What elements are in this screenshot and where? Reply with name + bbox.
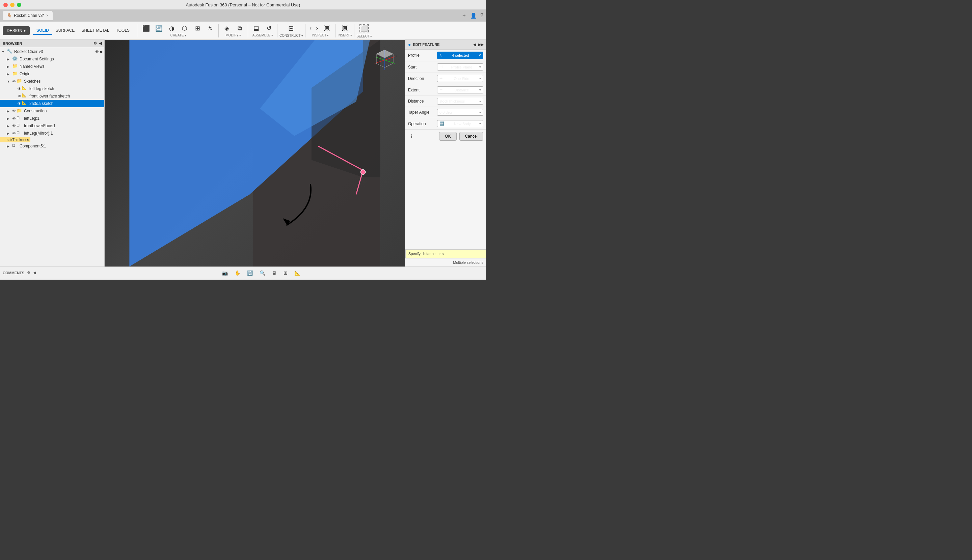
tab-close-icon[interactable]: × (46, 13, 48, 18)
eye-icon-flf[interactable]: 👁 (18, 94, 21, 98)
tree-arrow-c5: ▶ (7, 144, 12, 148)
tree-item-named-views[interactable]: ▶ 📁 Named Views (0, 63, 104, 70)
viewport-statusbar-center: 📷 ✋ 🔃 🔍 🖥 ⊞ 📐 (220, 269, 302, 277)
tree-item-thickness-tag[interactable]: sckThickness (0, 137, 30, 142)
modify-btn1[interactable]: ◈ (221, 24, 233, 33)
taper-value[interactable]: 0.0 deg ▾ (437, 109, 483, 116)
select-btn1[interactable]: ⬜ (357, 23, 371, 34)
tab-sheet-metal[interactable]: SHEET METAL (78, 27, 112, 35)
sidebar-settings-icon[interactable]: ⚙ (94, 41, 97, 45)
eye-icon-ll[interactable]: 👁 (18, 87, 21, 91)
camera-btn[interactable]: 📷 (220, 269, 230, 277)
tree-item-root[interactable]: ▼ 🔧 Rocket Chair v3 👁 ⏺ (0, 48, 104, 55)
tab-rocket-chair[interactable]: 🪑 Rocket Chair v3* × (3, 11, 53, 20)
tree-label-frontlowerface1: frontLowerFace:1 (24, 123, 103, 128)
direction-value[interactable]: ➡ One Side ▾ (437, 75, 483, 82)
select-label[interactable]: SELECT ▾ (356, 34, 372, 38)
create-revolve-btn[interactable]: 🔄 (153, 24, 165, 33)
extent-value[interactable]: ⊢ Distance ▾ (437, 87, 483, 93)
tree-item-leftleg1[interactable]: ▶ 👁 ◻ leftLeg:1 (0, 115, 104, 122)
viewcube[interactable]: X Z Y (371, 47, 398, 73)
eye-icon-2a3[interactable]: 👁 (18, 102, 21, 106)
edit-feature-expand[interactable]: ▶▶ (478, 43, 483, 47)
fullscreen-traffic-light[interactable] (17, 3, 21, 7)
assemble-btn2[interactable]: ↺ (263, 24, 275, 33)
eye-icon-llm[interactable]: 👁 (12, 131, 16, 135)
eye-icon-flf1[interactable]: 👁 (12, 124, 16, 128)
edit-feature-collapse[interactable]: ◀ (473, 43, 476, 47)
profile-clear-button[interactable]: × (479, 53, 481, 58)
create-fx-btn[interactable]: fx (204, 25, 216, 32)
tree-item-2a3da-sketch[interactable]: ▶ 👁 📐 2a3da sketch (0, 100, 104, 107)
statusbar-settings-icon[interactable]: ⚙ (27, 270, 30, 275)
eye-icon-con[interactable]: 👁 (12, 109, 16, 113)
tree-item-construction[interactable]: ▶ 👁 📁 Construction (0, 107, 104, 115)
create-sweep-btn[interactable]: ◑ (166, 24, 178, 33)
tree-item-doc-settings[interactable]: ▶ ⚙️ Document Settings (0, 55, 104, 63)
cancel-button[interactable]: Cancel (459, 132, 483, 141)
tree-item-sketches[interactable]: ▼ 👁 📁 Sketches (0, 78, 104, 85)
close-traffic-light[interactable] (3, 3, 8, 7)
modify-label[interactable]: MODIFY ▾ (225, 33, 241, 37)
account-icon[interactable]: 👤 (470, 12, 477, 19)
inspect-btn1[interactable]: ⟺ (307, 24, 320, 33)
orbit-btn[interactable]: 🔃 (245, 269, 255, 277)
design-button[interactable]: DESIGN ▾ (3, 26, 30, 35)
tree-icon-ll1: ◻ (17, 115, 23, 122)
start-value[interactable]: ⊣ Profile Plane ▾ (437, 63, 483, 70)
measure-btn[interactable]: 📐 (292, 269, 302, 277)
help-icon[interactable]: ? (480, 12, 483, 18)
zoom-btn[interactable]: 🔍 (257, 269, 267, 277)
tree-label-leftleg-mirror: leftLeg(Mirror):1 (24, 131, 103, 136)
new-tab-icon[interactable]: ＋ (461, 12, 467, 19)
tab-solid[interactable]: SOLID (33, 27, 52, 35)
operation-value[interactable]: 🆕 New Body ▾ (437, 120, 483, 127)
construct-label[interactable]: CONSTRUCT ▾ (279, 34, 303, 37)
info-button[interactable]: ℹ (408, 132, 415, 140)
eye-icon-root[interactable]: 👁 (95, 50, 99, 53)
insert-btn1[interactable]: 🖼 (339, 24, 351, 33)
distance-value[interactable]: stockThickness ▾ (437, 98, 483, 105)
inspect-label[interactable]: INSPECT ▾ (312, 33, 329, 37)
tree-item-left-leg-sketch[interactable]: ▶ 👁 📐 left leg sketch (0, 85, 104, 92)
modify-group: ◈ ⧉ MODIFY ▾ (221, 24, 246, 37)
eye-icon-ll1[interactable]: 👁 (12, 117, 16, 120)
grid-btn[interactable]: ⊞ (281, 269, 290, 277)
construct-btn1[interactable]: ⊟ (285, 23, 297, 33)
modify-btn2[interactable]: ⧉ (234, 24, 246, 33)
inspect-btn2[interactable]: 🖼 (321, 24, 333, 33)
tree-item-leftleg-mirror[interactable]: ▶ 👁 ◻ leftLeg(Mirror):1 (0, 130, 104, 137)
create-label[interactable]: CREATE ▾ (170, 33, 186, 37)
tree-item-component5[interactable]: ▶ ◻ Component5:1 (0, 142, 104, 150)
sidebar-collapse-icon[interactable]: ◀ (99, 41, 102, 45)
assemble-label[interactable]: ASSEMBLE ▾ (252, 33, 273, 37)
tab-surface[interactable]: SURFACE (52, 27, 78, 35)
create-extrude-btn[interactable]: ⬛ (140, 24, 152, 33)
display-mode-btn[interactable]: 🖥 (270, 269, 279, 277)
action-row: ℹ OK Cancel (405, 130, 486, 143)
profile-value[interactable]: ↖ 4 selected × (437, 52, 483, 59)
create-loft-btn[interactable]: ⬡ (179, 24, 191, 33)
specify-text: Specify distance, or s (408, 252, 444, 256)
create-more-btn[interactable]: ⊞ (191, 24, 204, 33)
sweep-icon: ◑ (169, 25, 174, 32)
assemble-btn1[interactable]: ⬓ (250, 24, 262, 33)
tree-arrow-llm: ▶ (7, 132, 12, 135)
modify-icon1: ◈ (224, 25, 229, 32)
ok-button[interactable]: OK (439, 132, 456, 141)
minimize-traffic-light[interactable] (10, 3, 15, 7)
insert-label[interactable]: INSERT ▾ (337, 33, 352, 37)
tree-item-frontlowerface1[interactable]: ▶ 👁 ◻ frontLowerFace:1 (0, 122, 104, 130)
statusbar-collapse-icon[interactable]: ◀ (33, 270, 36, 275)
tree-arrow-con: ▶ (7, 109, 12, 113)
feature-row-distance: Distance stockThickness ▾ (405, 96, 486, 107)
svg-point-4 (361, 170, 366, 174)
tree-item-origin[interactable]: ▶ 📁 Origin (0, 70, 104, 78)
record-icon-root[interactable]: ⏺ (100, 50, 103, 53)
eye-icon-sketches[interactable]: 👁 (12, 79, 16, 83)
tab-tools[interactable]: TOOLS (113, 27, 133, 35)
viewport[interactable]: X Z Y (105, 40, 405, 267)
pan-btn[interactable]: ✋ (232, 269, 242, 277)
sidebar: BROWSER ⚙ ◀ ▼ 🔧 Rocket Chair v3 👁 ⏺ ▶ ⚙️… (0, 40, 105, 267)
tree-item-front-lower-face-sketch[interactable]: ▶ 👁 📐 front lower face sketch (0, 92, 104, 100)
